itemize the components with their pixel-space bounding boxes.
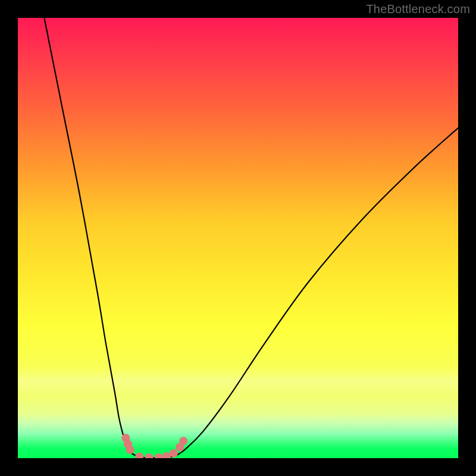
valley-marker — [135, 452, 143, 458]
valley-marker — [170, 449, 178, 458]
watermark-text: TheBottleneck.com — [366, 2, 470, 16]
plot-svg — [18, 18, 458, 458]
valley-marker — [126, 446, 134, 454]
valley-marker — [155, 453, 163, 458]
valley-marker — [179, 437, 187, 445]
chart-stage: TheBottleneck.com — [0, 0, 476, 476]
bottleneck-curve — [44, 18, 458, 458]
valley-marker — [145, 453, 154, 458]
plot-area — [18, 18, 458, 458]
valley-marker-group — [121, 434, 187, 458]
